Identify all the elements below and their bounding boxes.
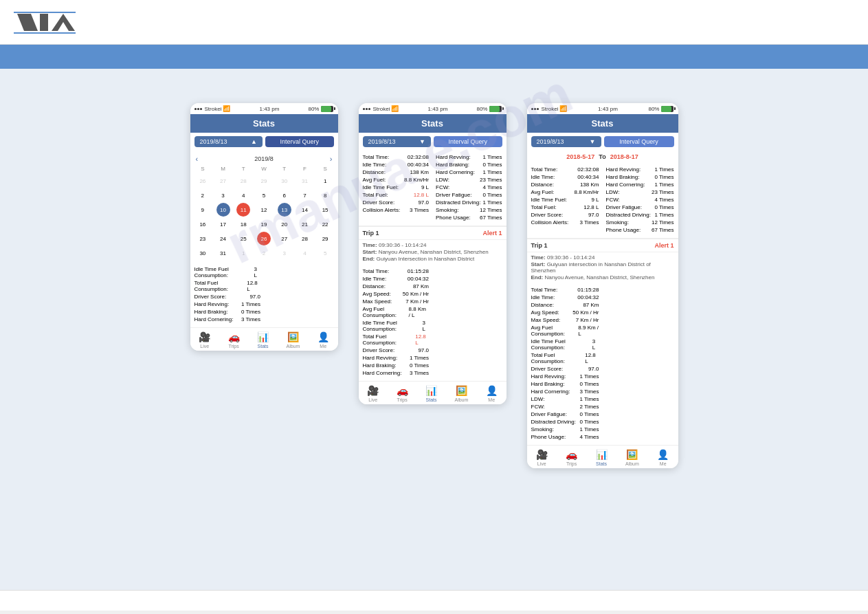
trip-stats-3: Total Time:01:15:28 Idle Time:00:04:32 D… (527, 283, 678, 445)
stat-value: 3 Times (579, 219, 599, 226)
cal-day[interactable]: 8 (318, 188, 332, 202)
stat-value: 97.0 (249, 294, 260, 300)
footer (0, 590, 868, 611)
cal-day[interactable]: 15 (318, 203, 332, 217)
stat-label: Smoking: (606, 219, 629, 226)
trip-start-3: Start: Guiyuan intersection in Nanshan D… (531, 261, 674, 274)
nav-me-3[interactable]: 👤 Me (657, 449, 669, 466)
stat-label: Hard Braking: (436, 162, 469, 168)
nav-live-3[interactable]: 🎥 Live (536, 449, 548, 466)
cal-day[interactable]: 29 (257, 174, 271, 188)
nav-stats-1[interactable]: 📊 Stats (257, 331, 269, 349)
cal-day[interactable]: 18 (236, 217, 250, 231)
wifi-icon-2: 📶 (391, 105, 399, 112)
calendar-1: ‹ 2019/8 › S M T W T F S 26 27 28 29 30 … (190, 151, 338, 263)
nav-stats-2[interactable]: 📊 Stats (425, 385, 437, 402)
nav-live-1[interactable]: 🎥 Live (199, 331, 210, 349)
trip-end-3: End: Nanyou Avenue, Nanshan District, Sh… (531, 274, 674, 281)
cal-day[interactable]: 4 (298, 246, 311, 260)
cal-day[interactable]: 31 (216, 246, 230, 260)
cal-day[interactable]: 28 (298, 232, 311, 245)
cal-day[interactable]: 25 (236, 232, 250, 245)
stat-value: 3 Times (410, 207, 429, 213)
cal-day[interactable]: 24 (216, 232, 230, 245)
trip-stats-2: Total Time:01:15:28 Idle Time:00:04:32 D… (359, 265, 507, 381)
cal-day[interactable]: 5 (257, 188, 271, 202)
cal-day[interactable]: 30 (196, 246, 210, 260)
cal-day[interactable]: 17 (216, 217, 230, 231)
via-logo-icon (14, 7, 76, 38)
cal-day-today[interactable]: 10 (216, 203, 230, 217)
cal-day[interactable]: 5 (318, 246, 332, 260)
cal-day[interactable]: 27 (216, 174, 230, 188)
cal-day[interactable]: 21 (298, 217, 311, 231)
trip-info-3: Time: 09:30:36 - 10:14:24 Start: Guiyuan… (527, 252, 678, 283)
cal-day[interactable]: 28 (236, 174, 250, 188)
stat-value: 02:32:08 (408, 154, 429, 160)
interval-range-3: 2018-5-17 To 2018-8-17 (527, 151, 678, 163)
date-button-2[interactable]: 2019/8/13 ▼ (363, 136, 432, 147)
stat-label: Idle Time: (363, 162, 387, 168)
stat-label: Idle Time Fuel: (531, 197, 567, 203)
stat-value: 1 Times (654, 182, 674, 188)
cal-day[interactable]: 23 (196, 232, 210, 245)
nav-album-1[interactable]: 🖼️ Album (286, 331, 300, 349)
cal-day[interactable]: 19 (257, 217, 271, 231)
interval-button-3[interactable]: Interval Query (604, 136, 674, 147)
cal-next-1[interactable]: › (330, 155, 333, 163)
cal-day[interactable]: 14 (298, 203, 311, 217)
stat-label: Idle Time Fuel: (363, 184, 399, 190)
nav-me-2[interactable]: 👤 Me (486, 385, 498, 402)
phone-title-1: Stats (190, 114, 338, 133)
nav-stats-3[interactable]: 📊 Stats (596, 449, 608, 466)
stat-value: 0 Times (482, 162, 502, 168)
cal-day[interactable]: 20 (278, 217, 291, 231)
cal-day[interactable]: 22 (318, 217, 332, 231)
stat-value: 12 Times (652, 219, 674, 226)
phone-3: Strokei 📶 1:43 pm 80% Stats 2019/8/13 ▼ … (527, 103, 678, 468)
nav-trips-3[interactable]: 🚗 Trips (566, 449, 577, 466)
cal-day-selected2[interactable]: 26 (257, 232, 271, 245)
stat-label: Distance: (363, 169, 386, 175)
cal-day-selected[interactable]: 11 (236, 203, 250, 217)
nav-trips-1[interactable]: 🚗 Trips (228, 331, 240, 349)
chevron-down-icon-3: ▼ (590, 138, 596, 145)
cal-day[interactable]: 29 (318, 232, 332, 245)
date-button-3[interactable]: 2019/8/13 ▼ (531, 136, 601, 147)
stat-label: Total Fuel Consumption: (194, 280, 247, 292)
cal-day[interactable]: 2 (196, 188, 210, 202)
nav-album-2[interactable]: 🖼️ Album (454, 385, 468, 402)
cal-prev-1[interactable]: ‹ (196, 155, 199, 163)
cal-day[interactable]: 12 (257, 203, 271, 217)
cal-day[interactable]: 16 (196, 217, 210, 231)
stats-section-1: Idle Time Fuel Consumption: 3 L Total Fu… (190, 263, 338, 327)
cal-day[interactable]: 27 (278, 232, 291, 245)
carrier-3: Strokei (542, 106, 559, 112)
cal-day[interactable]: 1 (318, 174, 332, 188)
stat-hard-rev: Hard Revving: 1 Times (194, 301, 261, 307)
cal-day[interactable]: 1 (236, 246, 250, 260)
cal-day[interactable]: 3 (278, 246, 291, 260)
cal-day[interactable]: 4 (236, 188, 250, 202)
nav-me-1[interactable]: 👤 Me (318, 331, 329, 349)
cal-day[interactable]: 6 (278, 188, 291, 202)
nav-trips-2[interactable]: 🚗 Trips (397, 385, 408, 402)
cal-day[interactable]: 31 (298, 174, 311, 188)
trip-title-3: Trip 1 (531, 242, 548, 249)
svg-marker-0 (17, 14, 38, 31)
nav-live-2[interactable]: 🎥 Live (367, 385, 379, 402)
cal-day[interactable]: 3 (216, 188, 230, 202)
cal-day[interactable]: 7 (298, 188, 311, 202)
interval-button-1[interactable]: Interval Query (265, 136, 334, 147)
stat-value: 138 Km (580, 182, 599, 188)
cal-day[interactable]: 30 (278, 174, 291, 188)
cal-day[interactable]: 9 (196, 203, 210, 217)
logo (14, 7, 76, 38)
cal-day[interactable]: 26 (196, 174, 210, 188)
nav-album-3[interactable]: 🖼️ Album (625, 449, 639, 466)
date-button-1[interactable]: 2019/8/13 ▲ (194, 136, 263, 147)
cal-day[interactable]: 2 (257, 246, 271, 260)
stat-label: Idle Time Fuel Consumption: (194, 266, 254, 278)
cal-day-highlighted[interactable]: 13 (278, 203, 291, 217)
interval-button-2[interactable]: Interval Query (434, 136, 502, 147)
